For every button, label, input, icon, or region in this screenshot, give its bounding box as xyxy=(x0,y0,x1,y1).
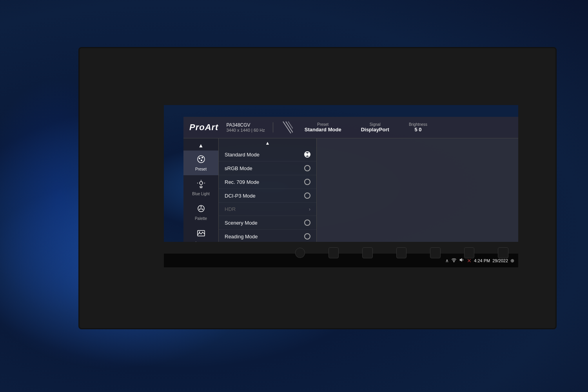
monitor-btn-6[interactable] xyxy=(498,247,508,258)
svg-point-16 xyxy=(200,208,202,209)
monitor-btn-5[interactable] xyxy=(464,247,475,258)
monitor-btn-4[interactable] xyxy=(430,247,441,258)
menu-item-reading[interactable]: Reading Mode xyxy=(219,230,316,242)
brand-logo: ProArt xyxy=(189,122,218,132)
dcip3-label: DCI-P3 Mode xyxy=(225,193,256,199)
menu-item-dcip3[interactable]: DCI-P3 Mode xyxy=(219,189,316,203)
rec709-label: Rec. 709 Mode xyxy=(225,179,259,185)
diagonal-lines-icon xyxy=(281,120,293,135)
svg-point-18 xyxy=(199,232,200,233)
reading-label: Reading Mode xyxy=(225,234,258,240)
menu-scroll-up[interactable]: ▲ xyxy=(219,138,316,148)
svg-point-14 xyxy=(202,209,203,210)
hdr-label: HDR xyxy=(225,206,236,212)
monitor-buttons-row xyxy=(295,245,508,261)
standard-mode-label: Standard Mode xyxy=(225,152,260,158)
svg-point-5 xyxy=(201,157,203,158)
srgb-mode-label: sRGB Mode xyxy=(225,165,252,171)
osd-header: ProArt PA348CGV 3440 x 1440 | 60 Hz Pres… xyxy=(183,117,518,138)
image-icon xyxy=(196,229,206,240)
svg-point-3 xyxy=(198,156,205,163)
osd-content-panel: ▲ Standard Mode sRGB Mode Rec. 709 Mode xyxy=(219,138,317,242)
preset-stat: Preset Standard Mode xyxy=(305,122,341,132)
signal-label: Signal xyxy=(361,122,389,127)
monitor-model: PA348CGV xyxy=(226,122,265,128)
menu-item-srgb-mode[interactable]: sRGB Mode xyxy=(219,162,316,175)
monitor-power-button[interactable] xyxy=(295,248,305,258)
monitor-resolution: 3440 x 1440 | 60 Hz xyxy=(226,128,265,132)
monitor-btn-2[interactable] xyxy=(362,247,373,258)
rec709-radio[interactable] xyxy=(304,179,310,185)
monitor-screen: ProArt PA348CGV 3440 x 1440 | 60 Hz Pres… xyxy=(164,105,518,242)
svg-point-6 xyxy=(201,160,202,161)
scenery-radio[interactable] xyxy=(304,220,310,226)
sidebar-item-preset[interactable]: Preset xyxy=(183,151,218,175)
bluelight-icon xyxy=(196,179,206,191)
hdr-chevron-icon: › xyxy=(309,207,310,212)
srgb-mode-radio[interactable] xyxy=(304,165,310,171)
svg-line-2 xyxy=(288,122,293,129)
monitor-bezel: ProArt PA348CGV 3440 x 1440 | 60 Hz Pres… xyxy=(78,47,557,329)
scenery-label: Scenery Mode xyxy=(225,220,258,226)
monitor-info: PA348CGV 3440 x 1440 | 60 Hz xyxy=(226,122,273,132)
osd-menu: ProArt PA348CGV 3440 x 1440 | 60 Hz Pres… xyxy=(183,117,518,242)
brightness-label: Brightness xyxy=(409,122,427,127)
sidebar-label-bluelight: Blue Light xyxy=(192,192,209,196)
osd-right-panel xyxy=(317,138,518,242)
sidebar-label-palette: Palette xyxy=(195,216,207,221)
dcip3-radio[interactable] xyxy=(304,192,310,199)
svg-point-13 xyxy=(200,206,201,207)
brightness-value: 5 0 xyxy=(409,127,427,132)
menu-item-hdr[interactable]: HDR › xyxy=(219,203,316,216)
sidebar-arrow-up[interactable]: ▲ xyxy=(196,140,206,151)
standard-mode-radio[interactable] xyxy=(304,151,310,158)
signal-value: DisplayPort xyxy=(361,127,389,132)
brightness-stat: Brightness 5 0 xyxy=(409,122,427,132)
header-stats: Preset Standard Mode Signal DisplayPort … xyxy=(305,122,427,132)
osd-body: ▲ Preset xyxy=(183,138,518,242)
svg-point-4 xyxy=(199,158,200,159)
signal-stat: Signal DisplayPort xyxy=(361,122,389,132)
taskbar-gear-icon: ⊕ xyxy=(510,258,514,263)
monitor-btn-3[interactable] xyxy=(396,247,407,258)
monitor-btn-1[interactable] xyxy=(328,247,339,258)
preset-label: Preset xyxy=(305,122,341,127)
sidebar-label-preset: Preset xyxy=(195,167,207,171)
reading-radio[interactable] xyxy=(304,233,310,240)
menu-item-standard-mode[interactable]: Standard Mode xyxy=(219,148,316,162)
osd-sidebar: ▲ Preset xyxy=(183,138,219,242)
menu-item-rec709[interactable]: Rec. 709 Mode xyxy=(219,175,316,189)
svg-point-15 xyxy=(199,209,200,210)
menu-item-scenery[interactable]: Scenery Mode xyxy=(219,216,316,230)
sidebar-label-image: Image xyxy=(196,241,207,242)
preset-value: Standard Mode xyxy=(305,127,341,132)
palette-icon xyxy=(196,204,206,215)
svg-point-26 xyxy=(454,261,454,262)
sidebar-item-bluelight[interactable]: Blue Light xyxy=(183,175,218,200)
sidebar-item-image[interactable]: Image xyxy=(183,225,218,242)
svg-point-7 xyxy=(200,181,203,185)
sidebar-item-palette[interactable]: Palette xyxy=(183,200,218,225)
preset-icon xyxy=(196,154,206,166)
